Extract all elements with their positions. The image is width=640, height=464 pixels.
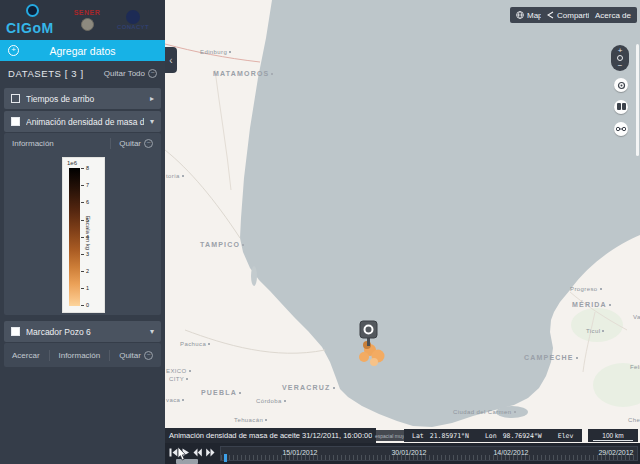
panel-tiempos-de-arribo: Tiempos de arribo ▸: [4, 88, 161, 109]
remove-all-button[interactable]: Quitar Todo −: [104, 69, 157, 78]
map-scale: 100 km: [588, 429, 638, 442]
chevron-left-icon: ‹: [169, 55, 172, 66]
colorbar-gradient: [69, 168, 80, 306]
zoom-to-label: Acercar: [12, 351, 40, 360]
info-button[interactable]: Información: [50, 351, 108, 360]
sidebar-collapse-button[interactable]: ‹: [165, 47, 177, 73]
panel-body-marcador: Acercar Información Quitar −: [4, 343, 161, 367]
panel-header-tiempos[interactable]: Tiempos de arribo ▸: [4, 88, 161, 109]
panel-title: Animación densidad de masa de aceite: [26, 117, 144, 127]
government-seal-icon: [81, 18, 94, 31]
remove-button[interactable]: Quitar −: [111, 139, 161, 148]
slower-button[interactable]: [193, 448, 202, 457]
legend-tick: 3: [86, 251, 89, 257]
datasets-count-label: DATASETS [ 3 ]: [8, 68, 84, 79]
colorbar-legend: 1e6 8 7 6 5 4 3 2 1 0 Escala en kg: [62, 157, 105, 313]
panel-header-animacion[interactable]: Animación densidad de masa de aceite ▾: [4, 111, 161, 132]
dataset-checkbox[interactable]: [11, 327, 20, 336]
conacyt-wordmark: CONACYT: [112, 24, 154, 30]
split-screen-button[interactable]: [614, 100, 628, 114]
minus-circle-icon: −: [148, 69, 157, 78]
sener-wordmark: SENER: [70, 9, 104, 16]
panel-marcador-pozo6: Marcador Pozo 6 ▾ Acercar Información Qu…: [4, 321, 161, 367]
tampico-lagoon: [251, 266, 257, 286]
cigom-wordmark: CIGoM: [6, 20, 54, 36]
minus-circle-icon: −: [144, 351, 153, 360]
add-data-label: Agregar datos: [0, 45, 165, 57]
mouse-cursor: [177, 447, 187, 461]
lon-label: Lon: [485, 432, 497, 440]
measure-button[interactable]: [614, 122, 628, 136]
lat-value: 21.85971°N: [430, 432, 469, 440]
remove-all-label: Quitar Todo: [104, 69, 145, 78]
info-button[interactable]: Información: [4, 139, 110, 148]
faster-button[interactable]: [206, 448, 215, 457]
yucatan-vegetation: [571, 308, 623, 342]
legend-tick: 2: [86, 268, 89, 274]
panel-animacion-densidad: Animación densidad de masa de aceite ▾ I…: [4, 111, 161, 315]
sener-logo: SENER: [70, 9, 104, 31]
map-area[interactable]: Edinburg MATAMOROS toria TAMPICO Pachuca…: [165, 0, 640, 464]
info-label: Información: [12, 139, 54, 148]
divider: [49, 350, 50, 361]
legend-axis-label: Escala en kg: [85, 216, 91, 250]
laguna-terminos: [496, 406, 528, 418]
app-window: Edinburg MATAMOROS toria TAMPICO Pachuca…: [0, 0, 640, 464]
measure-icon: [616, 126, 626, 132]
chevron-right-icon[interactable]: ▸: [150, 94, 154, 103]
cigom-wave-icon: [26, 4, 39, 17]
panel-body-animacion: Información Quitar − 1e6 8 7 6 5 4: [4, 133, 161, 315]
conacyt-logo: CONACYT: [112, 10, 154, 30]
info-label: Información: [58, 351, 100, 360]
remove-label: Quitar: [119, 351, 141, 360]
timeline-track[interactable]: 15/01/2012 30/01/2012 14/02/2012 29/02/2…: [220, 446, 638, 461]
datasets-header: DATASETS [ 3 ] Quitar Todo −: [0, 61, 165, 86]
scale-bar: 100 km: [593, 431, 633, 441]
legend-tick: 7: [86, 182, 89, 188]
timeline-date: 29/02/2012: [598, 449, 633, 456]
lon-value: 98.76924°W: [503, 432, 542, 440]
divider: [109, 350, 110, 361]
panel-header-marcador[interactable]: Marcador Pozo 6 ▾: [4, 321, 161, 342]
map-canvas[interactable]: [165, 0, 640, 464]
zoom-out-button[interactable]: −: [618, 62, 623, 69]
dataset-checkbox[interactable]: [11, 117, 20, 126]
timeline-date: 30/01/2012: [391, 449, 426, 456]
animation-status-text: Animación densidad de masa de aceite 31/…: [169, 431, 372, 440]
brand-header: CIGoM SENER CONACYT: [0, 0, 165, 40]
about-button[interactable]: Acerca de: [589, 7, 637, 23]
chevron-down-icon[interactable]: ▾: [150, 327, 154, 336]
timeline-bar: 15/01/2012 30/01/2012 14/02/2012 29/02/2…: [165, 443, 640, 464]
legend-exponent: 1e6: [67, 160, 77, 166]
geolocate-icon: [617, 81, 626, 90]
globe-icon: [516, 11, 524, 19]
add-data-button[interactable]: + Agregar datos: [0, 40, 165, 61]
conacyt-emblem-icon: [126, 10, 140, 24]
panel-actions: Información Quitar −: [4, 133, 161, 153]
elev-label: Elev: [558, 432, 574, 440]
zoom-in-button[interactable]: +: [618, 47, 623, 54]
dataset-checkbox[interactable]: [11, 94, 20, 103]
chevron-down-icon[interactable]: ▾: [150, 117, 154, 126]
zoom-to-button[interactable]: Acercar: [4, 351, 48, 360]
remove-label: Quitar: [119, 139, 141, 148]
scrollbar[interactable]: [636, 44, 639, 156]
remove-button[interactable]: Quitar −: [111, 351, 161, 360]
timeline-date: 14/02/2012: [493, 449, 528, 456]
panel-actions: Acercar Información Quitar −: [4, 343, 161, 367]
coordinates-readout: Lat 21.85971°N Lon 98.76924°W Elev: [404, 429, 582, 442]
timeline-date: 15/01/2012: [282, 449, 317, 456]
cigom-logo: CIGoM: [6, 3, 62, 37]
lat-label: Lat: [412, 432, 424, 440]
animation-status-label: Animación densidad de masa de aceite 31/…: [165, 428, 376, 443]
share-icon: [547, 11, 554, 19]
timeline-current-position[interactable]: [224, 454, 227, 462]
plus-circle-icon: +: [8, 45, 19, 56]
legend-tick: 0: [86, 302, 89, 308]
legend-tick: 6: [86, 199, 89, 205]
split-screen-icon: [617, 103, 626, 111]
legend-tick: 8: [86, 165, 89, 171]
legend-tick: 1: [86, 285, 89, 291]
zoom-control: + −: [611, 45, 629, 71]
geolocate-button[interactable]: [614, 78, 628, 92]
